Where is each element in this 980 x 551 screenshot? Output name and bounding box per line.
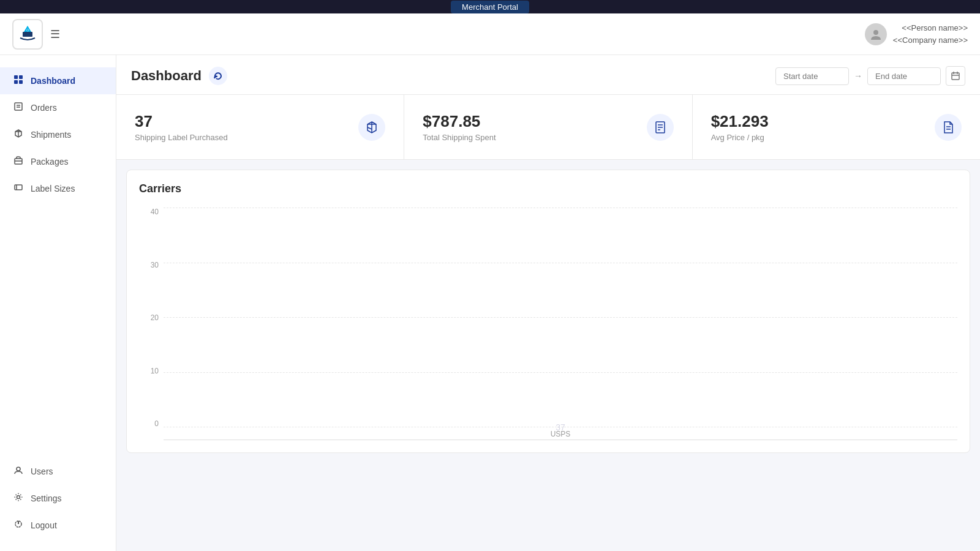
svg-point-18: [17, 467, 20, 471]
carriers-title: Carriers: [139, 182, 957, 195]
x-label-usps: USPS: [370, 430, 751, 438]
stats-row: 37 Shipping Label Purchased $787.85 To: [116, 95, 980, 160]
sidebar-label-dashboard: Dashboard: [31, 76, 75, 86]
sidebar-item-orders[interactable]: Orders: [0, 94, 116, 121]
stat-icon-receipt: [647, 114, 674, 141]
user-area: <<Person name>> <<Company name>>: [865, 22, 968, 46]
sidebar-label-settings: Settings: [31, 493, 62, 503]
chart-area: 37 USPS: [164, 208, 957, 440]
refresh-button[interactable]: [209, 67, 227, 85]
stat-content-spending: $787.85 Total Shipping Spent: [423, 112, 496, 142]
start-date-input[interactable]: [775, 67, 849, 85]
y-label-10: 10: [151, 367, 159, 375]
main-layout: Dashboard Orders Shipments Packages: [0, 55, 980, 551]
logo-area: ⬡ ☰: [12, 19, 60, 50]
shipments-icon: [12, 129, 24, 141]
svg-rect-21: [952, 73, 959, 80]
svg-rect-7: [14, 80, 18, 84]
person-name: <<Person name>>: [893, 22, 968, 34]
logo-image: ⬡: [17, 23, 39, 45]
x-axis-labels: USPS: [164, 430, 957, 438]
sidebar-label-label-sizes: Label Sizes: [31, 184, 75, 193]
stat-value-avg-price: $21.293: [711, 112, 769, 131]
svg-rect-6: [19, 75, 23, 79]
chart-container: 40 30 20 10 0: [139, 208, 957, 440]
main-header: Dashboard →: [116, 55, 980, 95]
main-title-area: Dashboard: [131, 67, 227, 85]
y-label-0: 0: [154, 419, 159, 428]
svg-line-27: [368, 127, 372, 129]
stat-value-spending: $787.85: [423, 112, 496, 131]
stat-content-labels: 37 Shipping Label Purchased: [135, 112, 228, 142]
hamburger-icon[interactable]: ☰: [50, 28, 60, 41]
avatar: [865, 23, 887, 45]
sidebar-item-settings[interactable]: Settings: [0, 485, 116, 512]
carriers-section: Carriers 40 30 20 10 0: [126, 170, 970, 453]
svg-point-4: [873, 30, 878, 35]
orders-icon: [12, 102, 24, 114]
stat-card-spending: $787.85 Total Shipping Spent: [404, 95, 692, 159]
stat-icon-doc: [935, 114, 962, 141]
y-label-30: 30: [151, 261, 159, 269]
end-date-input[interactable]: [867, 67, 941, 85]
svg-rect-2: [23, 32, 32, 37]
user-info: <<Person name>> <<Company name>>: [893, 22, 968, 46]
stat-content-avg-price: $21.293 Avg Price / pkg: [711, 112, 769, 142]
stat-card-avg-price: $21.293 Avg Price / pkg: [693, 95, 980, 159]
svg-rect-16: [15, 185, 22, 190]
label-sizes-icon: [12, 182, 24, 195]
sidebar-item-users[interactable]: Users: [0, 458, 116, 485]
date-range-picker: →: [775, 66, 965, 86]
users-icon: [12, 465, 24, 478]
header: ⬡ ☰ <<Person name>> <<Company name>>: [0, 13, 980, 55]
calendar-icon[interactable]: [946, 66, 965, 86]
stat-icon-box: [358, 114, 385, 141]
sidebar-item-dashboard[interactable]: Dashboard: [0, 67, 116, 94]
stat-label-spending: Total Shipping Spent: [423, 133, 496, 142]
packages-icon: [12, 156, 24, 168]
bar-area: 37: [164, 208, 957, 427]
sidebar-item-logout[interactable]: Logout: [0, 512, 116, 539]
date-arrow-icon: →: [854, 71, 862, 81]
sidebar-label-logout: Logout: [31, 520, 57, 530]
svg-rect-5: [14, 75, 18, 79]
y-label-40: 40: [151, 208, 159, 216]
page-title: Dashboard: [131, 68, 202, 84]
sidebar-label-packages: Packages: [31, 157, 68, 167]
svg-rect-9: [15, 103, 22, 110]
sidebar-label-shipments: Shipments: [31, 130, 71, 140]
stat-label-labels: Shipping Label Purchased: [135, 133, 228, 142]
sidebar-item-label-sizes[interactable]: Label Sizes: [0, 175, 116, 202]
sidebar-bottom: Users Settings Logout: [0, 458, 116, 539]
logout-icon: [12, 519, 24, 531]
merchant-portal-button[interactable]: Merchant Portal: [451, 1, 529, 13]
chart-y-axis: 40 30 20 10 0: [139, 208, 164, 440]
settings-icon: [12, 492, 24, 504]
sidebar-item-packages[interactable]: Packages: [0, 148, 116, 175]
y-label-20: 20: [151, 313, 159, 322]
sidebar-label-users: Users: [31, 467, 53, 476]
stat-card-labels: 37 Shipping Label Purchased: [116, 95, 404, 159]
svg-point-19: [17, 496, 20, 499]
top-bar: Merchant Portal: [0, 0, 980, 13]
company-name: <<Company name>>: [893, 34, 968, 47]
dashboard-icon: [12, 75, 24, 87]
stat-label-avg-price: Avg Price / pkg: [711, 133, 769, 142]
sidebar-item-shipments[interactable]: Shipments: [0, 121, 116, 148]
sidebar-nav: Dashboard Orders Shipments Packages: [0, 67, 116, 202]
stat-value-labels: 37: [135, 112, 228, 131]
svg-rect-8: [19, 80, 23, 84]
sidebar-label-orders: Orders: [31, 103, 57, 113]
sidebar: Dashboard Orders Shipments Packages: [0, 55, 116, 551]
logo-box: ⬡: [12, 19, 43, 50]
main-content: Dashboard → 37 Shipping Label Purcha: [116, 55, 980, 551]
